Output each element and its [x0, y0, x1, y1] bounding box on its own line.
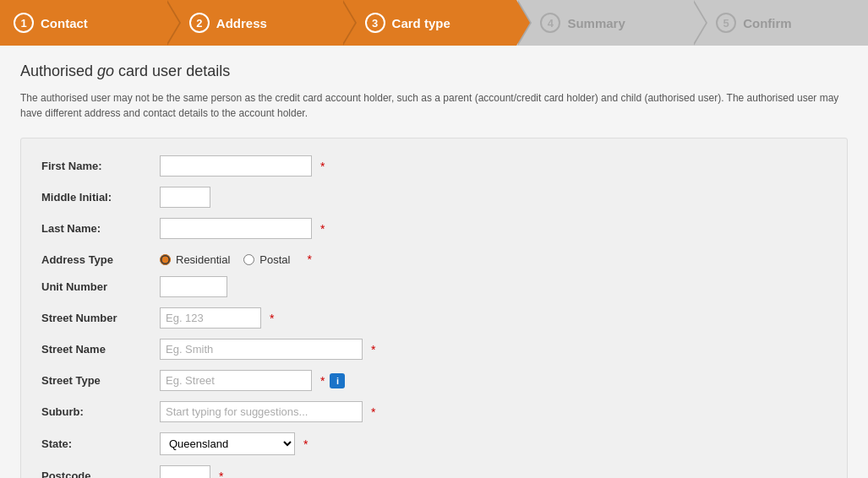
postcode-row: Postcode *	[41, 465, 827, 478]
last-name-required: *	[320, 222, 325, 236]
street-number-label: Street Number	[41, 312, 160, 324]
step-num-2: 2	[189, 13, 210, 33]
first-name-label: First Name:	[41, 160, 160, 172]
first-name-control: *	[160, 155, 325, 177]
state-required: *	[303, 437, 308, 451]
postcode-input[interactable]	[160, 465, 210, 478]
address-type-row: Address Type Residential Postal *	[41, 253, 827, 266]
step-num-4: 4	[540, 13, 560, 33]
suburb-input[interactable]	[160, 401, 363, 422]
middle-initial-label: Middle Initial:	[41, 191, 160, 204]
first-name-required: *	[320, 160, 325, 173]
state-control: Queensland New South Wales Victoria West…	[160, 432, 308, 455]
street-name-row: Street Name *	[41, 339, 827, 360]
step-contact[interactable]: 1 Contact	[0, 0, 166, 46]
postal-label: Postal	[259, 253, 290, 266]
first-name-input[interactable]	[160, 155, 312, 177]
step-num-5: 5	[716, 13, 736, 33]
state-row: State: Queensland New South Wales Victor…	[41, 432, 827, 455]
unit-number-label: Unit Number	[41, 280, 160, 293]
step-summary[interactable]: 4 Summary	[516, 0, 692, 46]
address-type-required: *	[307, 253, 311, 266]
last-name-row: Last Name: *	[41, 218, 827, 239]
residential-radio[interactable]	[160, 254, 171, 265]
postal-option[interactable]: Postal	[243, 253, 290, 266]
state-label: State:	[41, 437, 160, 450]
step-num-1: 1	[14, 13, 34, 33]
main-content: Authorised go card user details The auth…	[0, 46, 868, 478]
form-card: First Name: * Middle Initial: Last Name:…	[20, 138, 848, 478]
progress-bar: 1 Contact 2 Address 3 Card type 4 Summar…	[0, 0, 868, 46]
street-number-required: *	[270, 312, 274, 325]
street-number-input[interactable]	[160, 307, 261, 329]
page-title: Authorised go card user details	[20, 62, 848, 80]
postcode-label: Postcode	[41, 470, 160, 478]
street-type-control: * i	[160, 370, 345, 391]
step-label-address: Address	[216, 16, 267, 30]
residential-label: Residential	[176, 253, 230, 266]
address-type-control: Residential Postal *	[160, 253, 312, 266]
step-address[interactable]: 2 Address	[166, 0, 341, 46]
first-name-row: First Name: *	[41, 155, 827, 177]
last-name-input[interactable]	[160, 218, 312, 239]
street-name-label: Street Name	[41, 343, 160, 356]
step-label-card-type: Card type	[392, 16, 450, 30]
suburb-required: *	[371, 405, 375, 419]
page-description: The authorised user may not be the same …	[20, 90, 848, 121]
middle-initial-input[interactable]	[160, 187, 210, 208]
last-name-control: *	[160, 218, 325, 239]
suburb-row: Suburb: *	[41, 401, 827, 422]
postal-radio[interactable]	[243, 254, 254, 265]
street-type-input[interactable]	[160, 370, 312, 391]
step-card-type[interactable]: 3 Card type	[341, 0, 517, 46]
last-name-label: Last Name:	[41, 222, 160, 235]
state-select[interactable]: Queensland New South Wales Victoria West…	[160, 432, 295, 455]
residential-option[interactable]: Residential	[160, 253, 230, 266]
middle-initial-control	[160, 187, 210, 208]
step-label-confirm: Confirm	[743, 16, 792, 30]
street-type-label: Street Type	[41, 374, 160, 387]
unit-number-control	[160, 276, 227, 297]
step-confirm[interactable]: 5 Confirm	[692, 0, 868, 46]
middle-initial-row: Middle Initial:	[41, 187, 827, 208]
street-name-input[interactable]	[160, 339, 363, 360]
address-type-label: Address Type	[41, 253, 160, 266]
step-num-3: 3	[365, 13, 385, 33]
street-type-row: Street Type * i	[41, 370, 827, 391]
postcode-control: *	[160, 465, 223, 478]
street-number-control: *	[160, 307, 274, 329]
street-number-row: Street Number *	[41, 307, 827, 329]
street-name-control: *	[160, 339, 375, 360]
step-label-summary: Summary	[567, 16, 625, 30]
postcode-required: *	[219, 470, 223, 479]
suburb-control: *	[160, 401, 375, 422]
unit-number-row: Unit Number	[41, 276, 827, 297]
street-name-required: *	[371, 343, 375, 356]
step-label-contact: Contact	[41, 16, 88, 30]
unit-number-input[interactable]	[160, 276, 227, 297]
street-type-required: *	[320, 374, 325, 388]
suburb-label: Suburb:	[41, 405, 160, 418]
street-type-info-icon[interactable]: i	[330, 373, 345, 388]
